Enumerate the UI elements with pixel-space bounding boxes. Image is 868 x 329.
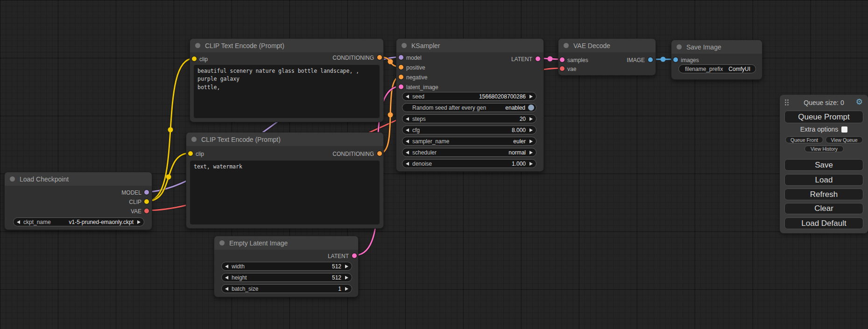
node-titlebar[interactable]: CLIP Text Encode (Prompt) — [186, 133, 383, 146]
toggle-enabled-dot[interactable] — [528, 105, 534, 111]
node-collapse-dot-icon[interactable] — [564, 43, 569, 48]
output-port-clip[interactable] — [144, 199, 149, 204]
node-titlebar[interactable]: Save Image — [671, 40, 762, 54]
increment-arrow-icon[interactable] — [529, 128, 533, 132]
widget-width[interactable]: width 512 — [221, 262, 352, 271]
load-button[interactable]: Load — [784, 174, 863, 186]
node-vae-decode[interactable]: VAE Decode samples vae IMAGE — [558, 38, 656, 76]
extra-options-checkbox[interactable] — [841, 126, 847, 133]
increment-arrow-icon[interactable] — [345, 276, 348, 280]
widget-cfg[interactable]: cfg 8.000 — [402, 126, 536, 134]
prompt-textarea-positive[interactable]: beautiful scenery nature glass bottle la… — [194, 65, 380, 118]
widget-ckpt-name[interactable]: ckpt_name v1-5-pruned-emaonly.ckpt — [13, 217, 144, 226]
widget-filename-prefix[interactable]: filename_prefix ComfyUI — [678, 64, 756, 73]
settings-gear-icon[interactable]: ⚙ — [856, 97, 863, 107]
node-collapse-dot-icon[interactable] — [677, 44, 682, 49]
increment-arrow-icon[interactable] — [529, 151, 533, 154]
input-port-samples[interactable] — [560, 57, 565, 62]
decrement-arrow-icon[interactable] — [406, 162, 409, 166]
widget-value: 512 — [332, 274, 341, 281]
graph-canvas[interactable]: Load Checkpoint MODEL CLIP VAE ckpt_name… — [0, 0, 868, 329]
node-collapse-dot-icon[interactable] — [10, 176, 15, 182]
widget-value: normal — [508, 149, 526, 156]
load-default-button[interactable]: Load Default — [784, 217, 863, 229]
input-port-model[interactable] — [399, 55, 403, 60]
node-empty-latent-image[interactable]: Empty Latent Image LATENT width 512 heig… — [214, 236, 359, 297]
output-port-model[interactable] — [144, 190, 149, 195]
node-title: Save Image — [686, 43, 721, 51]
widget-denoise[interactable]: denoise 1.000 — [402, 159, 536, 168]
output-port-image[interactable] — [648, 57, 653, 62]
node-collapse-dot-icon[interactable] — [191, 137, 197, 142]
input-port-clip[interactable] — [188, 151, 193, 156]
output-label-latent: LATENT — [328, 253, 349, 259]
decrement-arrow-icon[interactable] — [406, 151, 409, 154]
input-port-latent-image[interactable] — [399, 84, 403, 89]
refresh-button[interactable]: Refresh — [784, 189, 863, 200]
input-port-images[interactable] — [673, 57, 678, 62]
node-titlebar[interactable]: VAE Decode — [558, 39, 656, 52]
increment-arrow-icon[interactable] — [345, 287, 348, 291]
output-port-latent[interactable] — [536, 56, 540, 61]
node-clip-text-encode-negative[interactable]: CLIP Text Encode (Prompt) clip CONDITION… — [186, 132, 384, 229]
decrement-arrow-icon[interactable] — [225, 287, 228, 291]
input-port-negative[interactable] — [399, 75, 403, 79]
node-collapse-dot-icon[interactable] — [195, 43, 200, 48]
output-port-vae[interactable] — [144, 209, 149, 213]
decrement-arrow-icon[interactable] — [225, 265, 228, 268]
decrement-arrow-icon[interactable] — [17, 220, 20, 224]
increment-arrow-icon[interactable] — [137, 220, 141, 224]
input-port-positive[interactable] — [399, 65, 403, 70]
queue-front-button[interactable]: Queue Front — [785, 136, 823, 143]
widget-sampler-name[interactable]: sampler_name euler — [402, 137, 536, 146]
input-port-vae[interactable] — [560, 66, 565, 71]
save-button[interactable]: Save — [784, 159, 863, 171]
view-queue-button[interactable]: View Queue — [826, 136, 863, 143]
decrement-arrow-icon[interactable] — [406, 95, 409, 98]
increment-arrow-icon[interactable] — [529, 95, 533, 98]
increment-arrow-icon[interactable] — [529, 117, 533, 121]
decrement-arrow-icon[interactable] — [406, 128, 409, 132]
link-midpoint-dot — [388, 112, 393, 118]
view-history-button[interactable]: View History — [804, 146, 844, 152]
decrement-arrow-icon[interactable] — [406, 140, 409, 143]
output-port-latent[interactable] — [352, 253, 357, 258]
widget-batch-size[interactable]: batch_size 1 — [221, 284, 352, 293]
node-clip-text-encode-positive[interactable]: CLIP Text Encode (Prompt) clip CONDITION… — [190, 38, 384, 122]
widget-steps[interactable]: steps 20 — [402, 114, 536, 123]
node-titlebar[interactable]: Load Checkpoint — [5, 172, 152, 186]
clear-button[interactable]: Clear — [784, 203, 863, 214]
output-port-conditioning[interactable] — [377, 151, 382, 156]
node-titlebar[interactable]: CLIP Text Encode (Prompt) — [190, 39, 383, 52]
widget-height[interactable]: height 512 — [221, 273, 352, 282]
increment-arrow-icon[interactable] — [345, 265, 348, 268]
input-label-positive: positive — [406, 64, 425, 71]
increment-arrow-icon[interactable] — [529, 162, 533, 166]
link-midpoint-dot — [548, 56, 553, 62]
output-port-conditioning[interactable] — [377, 55, 382, 60]
prompt-textarea-negative[interactable]: text, watermark — [190, 161, 380, 224]
node-save-image[interactable]: Save Image images filename_prefix ComfyU… — [671, 40, 762, 80]
widget-value: euler — [513, 138, 526, 145]
widget-value: 20 — [520, 116, 526, 122]
input-label-clip: clip — [199, 56, 208, 63]
input-port-clip[interactable] — [192, 56, 197, 61]
node-ksampler[interactable]: KSampler model positive negative latent_… — [396, 38, 544, 172]
decrement-arrow-icon[interactable] — [406, 117, 409, 121]
queue-prompt-button[interactable]: Queue Prompt — [784, 111, 863, 123]
widget-random-seed-toggle[interactable]: Random seed after every gen enabled — [402, 103, 536, 112]
increment-arrow-icon[interactable] — [529, 140, 533, 143]
node-load-checkpoint[interactable]: Load Checkpoint MODEL CLIP VAE ckpt_name… — [4, 172, 152, 230]
node-titlebar[interactable]: Empty Latent Image — [214, 236, 358, 250]
input-label-samples: samples — [567, 57, 588, 63]
output-label-latent: LATENT — [511, 56, 532, 63]
widget-seed[interactable]: seed 156680208700286 — [402, 92, 536, 101]
output-label-image: IMAGE — [627, 57, 645, 63]
widget-value: ComfyUI — [728, 66, 750, 72]
node-titlebar[interactable]: KSampler — [396, 39, 543, 52]
node-collapse-dot-icon[interactable] — [219, 240, 225, 245]
node-collapse-dot-icon[interactable] — [402, 43, 407, 48]
output-label-vae: VAE — [131, 208, 141, 215]
decrement-arrow-icon[interactable] — [225, 276, 228, 280]
widget-scheduler[interactable]: scheduler normal — [402, 148, 536, 157]
